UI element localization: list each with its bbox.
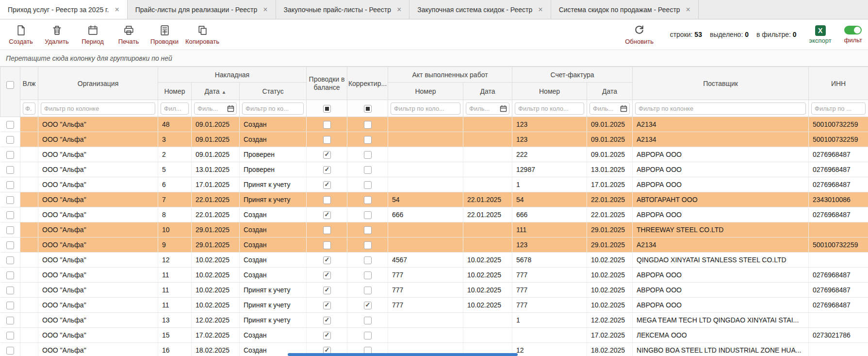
correction-checkbox[interactable] (364, 271, 372, 279)
refresh-button[interactable]: Обновить (622, 22, 657, 47)
correction-checkbox[interactable] (364, 121, 372, 129)
correction-checkbox[interactable] (364, 332, 372, 339)
correction-checkbox[interactable] (364, 166, 372, 174)
tab-close-icon[interactable]: × (115, 6, 119, 14)
group-by-dropzone[interactable]: Перетащите сюда колонку для группировки … (0, 50, 868, 67)
calendar-picker-icon[interactable] (620, 105, 627, 112)
postings-checkbox[interactable] (323, 211, 331, 219)
correction-checkbox[interactable] (364, 241, 372, 249)
postings-checkbox[interactable] (323, 302, 331, 309)
table-row[interactable]: ООО "Альфа" 13 12.02.2025 Принят к учету… (0, 313, 868, 328)
copy-button[interactable]: Копировать (182, 22, 222, 47)
table-row[interactable]: ООО "Альфа" 11 10.02.2025 Создан 777 10.… (0, 268, 868, 283)
table-row[interactable]: ООО "Альфа" 3 09.01.2025 Создан 123 09.0… (0, 132, 868, 147)
row-checkbox[interactable] (6, 271, 14, 279)
col-header-invoice-date[interactable]: Дата▲ (192, 83, 240, 100)
calendar-picker-icon[interactable] (500, 105, 507, 112)
col-header-status[interactable]: Статус (240, 83, 307, 100)
row-checkbox[interactable] (6, 332, 14, 339)
facture-number-filter-input[interactable] (515, 102, 584, 115)
inn-filter-input[interactable] (811, 102, 866, 115)
row-checkbox[interactable] (6, 302, 14, 309)
col-header-facture-number[interactable]: Номер (512, 83, 587, 100)
delete-button[interactable]: Удалить (39, 22, 75, 47)
row-checkbox[interactable] (6, 287, 14, 294)
act-number-filter-input[interactable] (391, 102, 460, 115)
postings-checkbox[interactable] (323, 332, 331, 339)
postings-checkbox[interactable] (323, 121, 331, 129)
postings-button[interactable]: Проводки (147, 22, 182, 47)
col-header-attachment[interactable]: Влж (20, 67, 38, 100)
excel-export-button[interactable]: X экспорт (809, 25, 832, 44)
table-row[interactable]: ООО "Альфа" 6 17.01.2025 Принят к учету … (0, 177, 868, 192)
postings-checkbox[interactable] (323, 181, 331, 189)
invoice-date-filter-input[interactable] (195, 103, 227, 114)
table-row[interactable]: ООО "Альфа" 5 13.01.2025 Проверен 12987 … (0, 162, 868, 177)
postings-checkbox[interactable] (323, 226, 331, 234)
postings-checkbox[interactable] (323, 151, 331, 159)
correction-checkbox[interactable] (364, 211, 372, 219)
correction-filter-checkbox[interactable] (364, 105, 372, 113)
row-checkbox[interactable] (6, 317, 14, 324)
correction-checkbox[interactable] (364, 287, 372, 294)
col-header-supplier[interactable]: Поставщик (633, 67, 809, 100)
row-checkbox[interactable] (6, 211, 14, 219)
organization-filter-input[interactable] (41, 102, 155, 115)
horizontal-scrollbar-thumb[interactable] (288, 353, 518, 356)
filter-toggle[interactable]: фильт (844, 26, 862, 44)
facture-date-filter-input[interactable] (590, 103, 620, 114)
status-filter-input[interactable] (242, 102, 304, 115)
tab-close-icon[interactable]: × (397, 6, 401, 14)
row-checkbox[interactable] (6, 136, 14, 144)
table-row[interactable]: ООО "Альфа" 2 09.01.2025 Проверен 222 09… (0, 147, 868, 162)
act-date-filter-input[interactable] (466, 103, 500, 114)
correction-checkbox[interactable] (364, 136, 372, 144)
col-header-postings[interactable]: Проводки в балансе (307, 67, 347, 100)
table-row[interactable]: ООО "Альфа" 48 09.01.2025 Создан 123 09.… (0, 117, 868, 132)
postings-checkbox[interactable] (323, 136, 331, 144)
document-tab[interactable]: Система скидок по продажам - Реестр × (551, 0, 699, 19)
row-checkbox[interactable] (6, 226, 14, 234)
table-row[interactable]: ООО "Альфа" 11 10.02.2025 Принят к учету… (0, 298, 868, 313)
document-tab[interactable]: Приход услуг - Реестр за 2025 г. × (0, 0, 128, 19)
postings-checkbox[interactable] (323, 256, 331, 264)
table-row[interactable]: ООО "Альфа" 15 17.02.2025 Создан 17.02.2… (0, 328, 868, 343)
row-checkbox[interactable] (6, 196, 14, 204)
row-checkbox[interactable] (6, 151, 14, 159)
postings-checkbox[interactable] (323, 271, 331, 279)
tab-close-icon[interactable]: × (686, 6, 690, 14)
postings-checkbox[interactable] (323, 317, 331, 324)
row-checkbox[interactable] (6, 121, 14, 129)
postings-filter-checkbox[interactable] (323, 105, 331, 113)
table-row[interactable]: ООО "Альфа" 8 22.01.2025 Создан 666 22.0… (0, 207, 868, 222)
col-header-invoice-number[interactable]: Номер (158, 83, 192, 100)
select-all-checkbox[interactable] (6, 81, 14, 89)
row-checkbox[interactable] (6, 347, 14, 355)
print-button[interactable]: Печать (111, 22, 147, 47)
correction-checkbox[interactable] (364, 226, 372, 234)
row-checkbox[interactable] (6, 181, 14, 189)
col-header-organization[interactable]: Организация (38, 67, 158, 100)
postings-checkbox[interactable] (323, 241, 331, 249)
document-tab[interactable]: Прайс-листы для реализации - Реестр × (128, 0, 276, 19)
row-checkbox[interactable] (6, 241, 14, 249)
row-checkbox[interactable] (6, 256, 14, 264)
document-tab[interactable]: Закупочная система скидок - Реестр × (409, 0, 551, 19)
col-header-correction[interactable]: Корректир... (347, 67, 388, 100)
postings-checkbox[interactable] (323, 196, 331, 204)
table-row[interactable]: ООО "Альфа" 9 29.01.2025 Создан 123 29.0… (0, 237, 868, 253)
col-header-act-number[interactable]: Номер (388, 83, 463, 100)
postings-checkbox[interactable] (323, 287, 331, 294)
correction-checkbox[interactable] (364, 181, 372, 189)
table-row[interactable]: ООО "Альфа" 10 29.01.2025 Создан 111 29.… (0, 222, 868, 237)
correction-checkbox[interactable] (364, 317, 372, 324)
table-row[interactable]: ООО "Альфа" 7 22.01.2025 Принят к учету … (0, 192, 868, 207)
correction-checkbox[interactable] (364, 256, 372, 264)
period-button[interactable]: Период (75, 22, 111, 47)
correction-checkbox[interactable] (364, 151, 372, 159)
document-tab[interactable]: Закупочные прайс-листы - Реестр × (276, 0, 410, 19)
col-header-act-date[interactable]: Дата (463, 83, 512, 100)
invoice-number-filter-input[interactable] (161, 102, 189, 115)
tab-close-icon[interactable]: × (263, 6, 267, 14)
correction-checkbox[interactable] (364, 302, 372, 309)
